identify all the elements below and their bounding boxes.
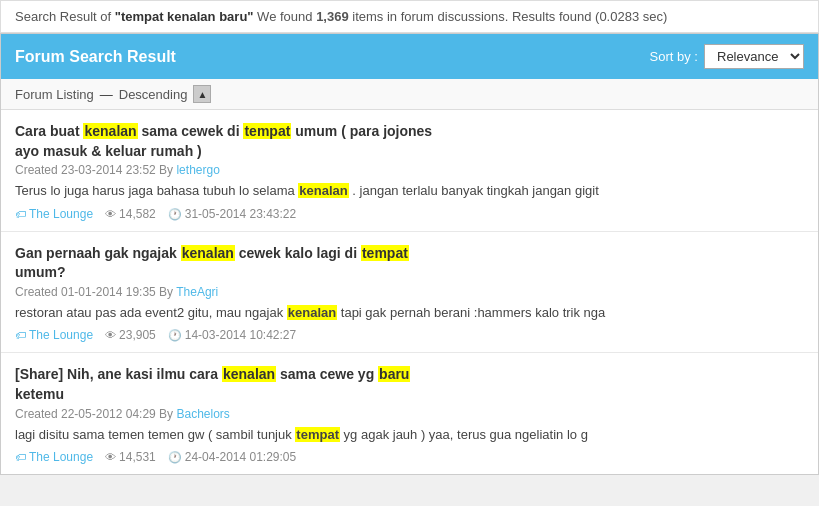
search-query: "tempat kenalan baru"	[115, 9, 254, 24]
forum-search-container: Forum Search Result Sort by : Relevance …	[0, 33, 819, 475]
result-footer: The Lounge 23,905 14-03-2014 10:42:27	[15, 328, 804, 342]
search-info-bar: Search Result of "tempat kenalan baru" W…	[0, 0, 819, 33]
result-last-date: 24-04-2014 01:29:05	[168, 450, 296, 464]
result-views: 14,582	[105, 207, 156, 221]
result-author[interactable]: lethergo	[176, 163, 219, 177]
result-item: Gan pernaah gak ngajak kenalan cewek kal…	[1, 232, 818, 354]
result-tag[interactable]: The Lounge	[15, 207, 93, 221]
result-footer: The Lounge 14,582 31-05-2014 23:43:22	[15, 207, 804, 221]
clock-icon	[168, 328, 182, 342]
result-title[interactable]: [Share] Nih, ane kasi ilmu cara kenalan …	[15, 365, 804, 404]
views-icon	[105, 328, 116, 342]
clock-icon	[168, 207, 182, 221]
tag-icon	[15, 328, 26, 342]
result-last-date: 31-05-2014 23:43:22	[168, 207, 296, 221]
result-tag[interactable]: The Lounge	[15, 328, 93, 342]
toggle-order-icon[interactable]: ▲	[193, 85, 211, 103]
result-title[interactable]: Gan pernaah gak ngajak kenalan cewek kal…	[15, 244, 804, 283]
forum-search-header: Forum Search Result Sort by : Relevance …	[1, 34, 818, 79]
forum-search-title: Forum Search Result	[15, 48, 176, 66]
sort-by-container: Sort by : Relevance Date Views	[650, 44, 804, 69]
forum-listing-label: Forum Listing	[15, 87, 94, 102]
result-author[interactable]: Bachelors	[176, 407, 229, 421]
sort-by-label: Sort by :	[650, 49, 698, 64]
forum-listing-bar: Forum Listing — Descending ▲	[1, 79, 818, 110]
tag-icon	[15, 450, 26, 464]
forum-listing-order: Descending	[119, 87, 188, 102]
views-icon	[105, 450, 116, 464]
result-meta: Created 01-01-2014 19:35 By TheAgri	[15, 285, 804, 299]
result-views: 14,531	[105, 450, 156, 464]
result-item: Cara buat kenalan sama cewek di tempat u…	[1, 110, 818, 232]
result-footer: The Lounge 14,531 24-04-2014 01:29:05	[15, 450, 804, 464]
result-last-date: 14-03-2014 10:42:27	[168, 328, 296, 342]
result-snippet: Terus lo juga harus jaga bahasa tubuh lo…	[15, 181, 804, 201]
search-info-prefix: Search Result of	[15, 9, 115, 24]
views-icon	[105, 207, 116, 221]
search-info-middle: We found	[254, 9, 317, 24]
clock-icon	[168, 450, 182, 464]
search-count: 1,369	[316, 9, 349, 24]
result-tag[interactable]: The Lounge	[15, 450, 93, 464]
search-info-suffix: items in forum discussions. Results foun…	[349, 9, 668, 24]
sort-by-select[interactable]: Relevance Date Views	[704, 44, 804, 69]
tag-icon	[15, 207, 26, 221]
listing-separator: —	[100, 87, 113, 102]
result-author[interactable]: TheAgri	[176, 285, 218, 299]
result-views: 23,905	[105, 328, 156, 342]
result-snippet: lagi disitu sama temen temen gw ( sambil…	[15, 425, 804, 445]
result-item: [Share] Nih, ane kasi ilmu cara kenalan …	[1, 353, 818, 474]
results-list: Cara buat kenalan sama cewek di tempat u…	[1, 110, 818, 474]
result-title[interactable]: Cara buat kenalan sama cewek di tempat u…	[15, 122, 804, 161]
result-snippet: restoran atau pas ada event2 gitu, mau n…	[15, 303, 804, 323]
result-meta: Created 23-03-2014 23:52 By lethergo	[15, 163, 804, 177]
result-meta: Created 22-05-2012 04:29 By Bachelors	[15, 407, 804, 421]
